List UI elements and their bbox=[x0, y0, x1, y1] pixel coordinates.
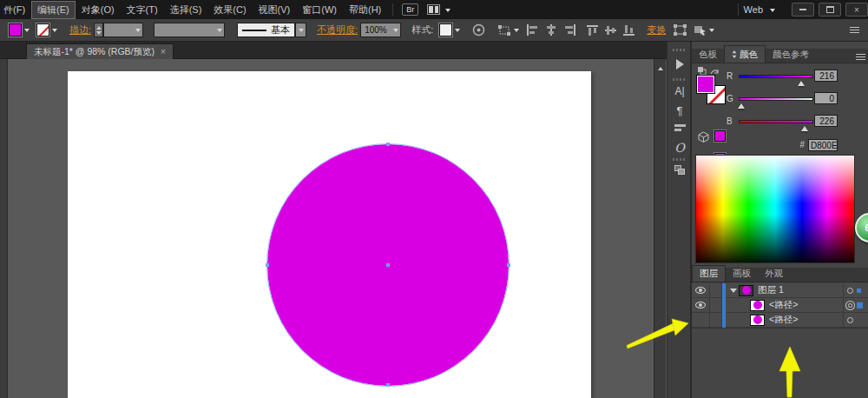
channel-value-g[interactable]: 0 bbox=[814, 92, 838, 104]
menu-effect[interactable]: 效果(C) bbox=[207, 1, 252, 19]
actions-panel-button[interactable] bbox=[667, 59, 692, 70]
menu-edit[interactable]: 编辑(E) bbox=[31, 1, 76, 19]
vertical-scrollbar[interactable] bbox=[654, 59, 666, 398]
slider-thumb-icon[interactable] bbox=[738, 100, 745, 109]
graphic-style-swatch[interactable] bbox=[439, 23, 452, 36]
web-safe-color-swatch[interactable] bbox=[714, 130, 726, 142]
isolate-selected-object-dropdown[interactable] bbox=[694, 24, 714, 36]
transparency-panel-button[interactable] bbox=[667, 165, 692, 175]
stroke-weight-dropdown[interactable] bbox=[103, 23, 143, 37]
anchor-point-left[interactable] bbox=[266, 263, 269, 267]
align-vertical-center-button[interactable] bbox=[605, 24, 616, 36]
scroll-up-button[interactable] bbox=[654, 62, 667, 72]
restore-button[interactable] bbox=[819, 3, 841, 17]
bridge-button[interactable]: Br bbox=[402, 3, 418, 16]
channel-value-r[interactable]: 216 bbox=[814, 70, 838, 82]
target-circle[interactable] bbox=[847, 317, 853, 323]
artboard[interactable] bbox=[68, 71, 591, 398]
lock-toggle[interactable] bbox=[710, 313, 722, 328]
path-thumbnail[interactable] bbox=[750, 300, 765, 311]
menu-file[interactable]: 件(F) bbox=[0, 1, 31, 19]
tab-color-guide[interactable]: 颜色参考 bbox=[766, 47, 816, 63]
tab-artboards[interactable]: 画板 bbox=[726, 266, 758, 282]
hex-value-field[interactable]: D800E2 bbox=[808, 139, 838, 151]
layer-row[interactable]: <路径> bbox=[692, 298, 868, 313]
opacity-dropdown[interactable]: 100% bbox=[360, 23, 401, 37]
path-name[interactable]: <路径> bbox=[769, 314, 798, 326]
dock-grip[interactable] bbox=[667, 78, 692, 81]
layer-name[interactable]: 图层 1 bbox=[758, 284, 784, 296]
transform-panel-link[interactable]: 变换 bbox=[647, 23, 666, 36]
align-top-button[interactable] bbox=[587, 24, 598, 36]
menu-select[interactable]: 选择(S) bbox=[164, 1, 208, 19]
close-button[interactable]: × bbox=[845, 3, 868, 17]
stroke-none-swatch[interactable] bbox=[36, 23, 49, 36]
out-of-web-color-warning-icon[interactable] bbox=[698, 131, 709, 143]
brush-definition-caret[interactable] bbox=[295, 23, 306, 37]
tab-layers[interactable]: 图层 bbox=[692, 265, 726, 282]
menu-window[interactable]: 窗口(W) bbox=[296, 1, 343, 19]
anchor-point-top[interactable] bbox=[386, 143, 390, 146]
anchor-point-bottom[interactable] bbox=[386, 383, 390, 387]
align-horizontal-center-button[interactable] bbox=[545, 24, 557, 36]
opacity-panel-link[interactable]: 不透明度: bbox=[317, 23, 358, 36]
layer-row[interactable]: 图层 1 bbox=[692, 283, 868, 298]
align-right-button[interactable] bbox=[564, 24, 576, 36]
slider-thumb-icon[interactable] bbox=[798, 77, 805, 86]
visibility-toggle[interactable] bbox=[692, 283, 710, 298]
align-bottom-button[interactable] bbox=[623, 24, 635, 36]
minimize-button[interactable] bbox=[792, 3, 814, 17]
menu-help[interactable]: 帮助(H) bbox=[343, 1, 387, 19]
color-panel-menu-button[interactable] bbox=[856, 54, 865, 61]
tab-swatches[interactable]: 色板 bbox=[692, 47, 724, 63]
visibility-toggle[interactable] bbox=[692, 313, 710, 328]
control-panel-menu-button[interactable] bbox=[850, 27, 859, 34]
recolor-artwork-button[interactable] bbox=[472, 23, 485, 36]
menu-type[interactable]: 文字(T) bbox=[121, 1, 164, 19]
stroke-color-control[interactable] bbox=[36, 23, 57, 36]
close-document-icon[interactable]: × bbox=[161, 47, 166, 56]
document-tab[interactable]: 未标题-1* @ 98% (RGB/预览) × bbox=[26, 43, 174, 59]
dock-grip[interactable] bbox=[667, 158, 692, 161]
stroke-panel-link[interactable]: 描边: bbox=[69, 23, 91, 36]
menu-view[interactable]: 视图(V) bbox=[253, 1, 297, 19]
opentype-panel-button[interactable]: O bbox=[667, 141, 692, 155]
path-name[interactable]: <路径> bbox=[769, 299, 798, 311]
expand-triangle-icon[interactable] bbox=[730, 289, 737, 296]
layer-thumbnail[interactable] bbox=[739, 285, 753, 296]
paragraph-styles-panel-button[interactable] bbox=[667, 124, 692, 133]
paragraph-panel-button[interactable]: ¶ bbox=[667, 104, 692, 117]
channel-value-b[interactable]: 226 bbox=[814, 115, 838, 127]
layer-row[interactable]: <路径> bbox=[692, 313, 868, 328]
graphic-style-control[interactable] bbox=[439, 23, 460, 36]
brush-definition-dropdown[interactable]: 基本 bbox=[237, 23, 295, 37]
fill-proxy-swatch[interactable] bbox=[696, 75, 715, 94]
path-thumbnail[interactable] bbox=[750, 315, 765, 326]
stroke-weight-stepper[interactable] bbox=[94, 23, 103, 37]
align-left-button[interactable] bbox=[526, 24, 538, 36]
target-circle[interactable] bbox=[847, 288, 853, 294]
selection-indicator[interactable] bbox=[857, 302, 863, 308]
fill-color-swatch[interactable] bbox=[9, 23, 22, 36]
target-circle-selected[interactable] bbox=[848, 303, 852, 308]
workspace-switcher[interactable]: Web bbox=[744, 4, 775, 15]
align-to-selection-dropdown[interactable] bbox=[497, 24, 519, 36]
variable-width-profile-dropdown[interactable] bbox=[154, 23, 225, 37]
tab-color[interactable]: 颜色 bbox=[724, 45, 766, 63]
dock-grip[interactable] bbox=[667, 49, 692, 51]
channel-slider-g[interactable] bbox=[739, 97, 813, 101]
lock-toggle[interactable] bbox=[710, 283, 722, 298]
selection-indicator[interactable] bbox=[857, 289, 861, 293]
color-spectrum-picker[interactable] bbox=[695, 155, 855, 263]
tab-appearance[interactable]: 外观 bbox=[758, 266, 790, 282]
visibility-toggle[interactable] bbox=[692, 298, 710, 313]
bounding-box-button[interactable] bbox=[674, 24, 687, 36]
slider-thumb-icon[interactable] bbox=[801, 123, 808, 131]
arrange-documents-button[interactable] bbox=[427, 4, 450, 15]
anchor-point-right[interactable] bbox=[507, 263, 510, 267]
fill-color-control[interactable] bbox=[9, 23, 30, 36]
character-panel-button[interactable]: A| bbox=[667, 85, 692, 97]
menu-object[interactable]: 对象(O) bbox=[76, 1, 121, 19]
lock-toggle[interactable] bbox=[710, 298, 722, 313]
canvas-area[interactable] bbox=[8, 59, 654, 398]
